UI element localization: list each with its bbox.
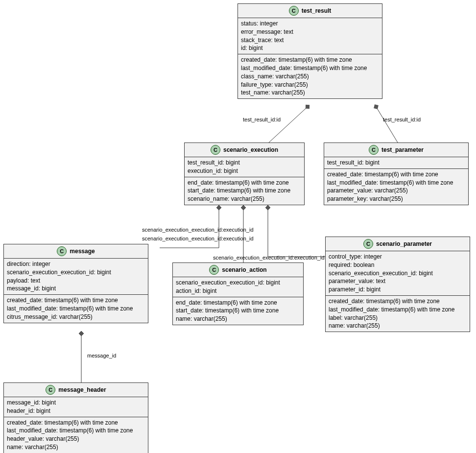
attr: scenario_execution_execution_id: bigint <box>176 279 300 287</box>
attr: test_result_id: bigint <box>327 159 465 167</box>
attr: last_modified_date: timestamp(6) with ti… <box>329 306 467 314</box>
class-icon: C <box>363 239 373 249</box>
attr: created_date: timestamp(6) with time zon… <box>241 56 379 64</box>
entity-name: scenario_parameter <box>376 240 432 247</box>
section: test_result_id: bigint execution_id: big… <box>185 157 304 177</box>
edge-label-se-sp: scenario_execution_execution_id:executio… <box>213 255 325 261</box>
entity-title-test-result: C test_result <box>238 4 382 18</box>
attr: name: varchar(255) <box>7 443 145 452</box>
svg-line-1 <box>376 107 398 143</box>
attr: direction: integer <box>7 260 145 268</box>
entity-title-message-header: C message_header <box>4 383 148 397</box>
entity-name: message_header <box>58 386 106 393</box>
attr: name: varchar(255) <box>329 322 467 330</box>
edge-label-msg-mh: message_id <box>87 353 116 358</box>
section: created_date: timestamp(6) with time zon… <box>326 295 470 332</box>
section: created_date: timestamp(6) with time zon… <box>4 294 148 322</box>
entity-message: C message direction: integer scenario_ex… <box>3 244 148 323</box>
class-icon: C <box>289 6 299 16</box>
entity-scenario-action: C scenario_action scenario_execution_exe… <box>172 262 304 325</box>
attr: scenario_execution_execution_id: bigint <box>329 269 467 278</box>
edge-label-se-sa: scenario_execution_execution_id:executio… <box>142 236 254 241</box>
attr: header_value: varchar(255) <box>7 435 145 443</box>
attr: control_type: integer <box>329 253 467 261</box>
attr: failure_type: varchar(255) <box>241 81 379 89</box>
class-icon: C <box>369 145 379 155</box>
attr: parameter_value: text <box>329 277 467 286</box>
entity-scenario-execution: C scenario_execution test_result_id: big… <box>184 143 305 205</box>
attr: stack_trace: text <box>241 36 379 45</box>
entity-name: scenario_action <box>222 266 266 273</box>
entity-title-test-parameter: C test_parameter <box>324 143 468 157</box>
attr: test_result_id: bigint <box>188 159 301 167</box>
attr: start_date: timestamp(6) with time zone <box>176 307 300 315</box>
section: status: integer error_message: text stac… <box>238 18 382 54</box>
uml-canvas: test_result_id:id test_result_id:id scen… <box>0 0 476 453</box>
section: direction: integer scenario_execution_ex… <box>4 259 148 294</box>
attr: last_modified_date: timestamp(6) with ti… <box>7 305 145 313</box>
entity-test-parameter: C test_parameter test_result_id: bigint … <box>324 143 469 205</box>
attr: end_date: timestamp(6) with time zone <box>188 179 301 187</box>
attr: id: bigint <box>241 44 379 52</box>
attr: scenario_execution_execution_id: bigint <box>7 268 145 277</box>
svg-line-0 <box>269 107 308 143</box>
section: end_date: timestamp(6) with time zone st… <box>185 177 304 205</box>
attr: parameter_key: varchar(255) <box>327 195 465 203</box>
attr: payload: text <box>7 277 145 285</box>
section: created_date: timestamp(6) with time zon… <box>324 168 468 205</box>
attr: citrus_message_id: varchar(255) <box>7 313 145 321</box>
attr: label: varchar(255) <box>329 314 467 322</box>
entity-name: test_result <box>302 7 332 14</box>
attr: name: varchar(255) <box>176 315 300 323</box>
attr: test_name: varchar(255) <box>241 89 379 97</box>
entity-name: scenario_execution <box>223 146 278 153</box>
attr: scenario_name: varchar(255) <box>188 195 301 203</box>
section: test_result_id: bigint <box>324 157 468 168</box>
attr: created_date: timestamp(6) with time zon… <box>7 296 145 305</box>
entity-name: test_parameter <box>381 146 424 153</box>
class-icon: C <box>46 385 55 395</box>
attr: action_id: bigint <box>176 287 300 295</box>
attr: created_date: timestamp(6) with time zon… <box>327 170 465 179</box>
edge-label-se-msg: scenario_execution_execution_id:executio… <box>142 227 254 233</box>
attr: parameter_id: bigint <box>329 286 467 294</box>
attr: last_modified_date: timestamp(6) with ti… <box>327 179 465 187</box>
attr: parameter_value: varchar(255) <box>327 187 465 195</box>
attr: created_date: timestamp(6) with time zon… <box>7 419 145 427</box>
section: message_id: bigint header_id: bigint <box>4 397 148 417</box>
entity-title-scenario-execution: C scenario_execution <box>185 143 304 157</box>
entity-title-scenario-action: C scenario_action <box>173 263 303 277</box>
attr: class_name: varchar(255) <box>241 72 379 81</box>
section: created_date: timestamp(6) with time zon… <box>4 417 148 453</box>
attr: execution_id: bigint <box>188 167 301 175</box>
attr: status: integer <box>241 20 379 28</box>
class-icon: C <box>211 145 220 155</box>
edge-label-tr-tp: test_result_id:id <box>383 117 421 122</box>
attr: message_id: bigint <box>7 399 145 407</box>
entity-scenario-parameter: C scenario_parameter control_type: integ… <box>325 237 470 332</box>
edge-label-tr-se: test_result_id:id <box>243 117 281 122</box>
attr: last_modified_date: timestamp(6) with ti… <box>241 64 379 72</box>
class-icon: C <box>209 265 219 275</box>
attr: last_modified_date: timestamp(6) with ti… <box>7 427 145 435</box>
attr: start_date: timestamp(6) with time zone <box>188 187 301 195</box>
entity-message-header: C message_header message_id: bigint head… <box>3 382 148 453</box>
section: scenario_execution_execution_id: bigint … <box>173 277 303 297</box>
section: created_date: timestamp(6) with time zon… <box>238 54 382 98</box>
entity-test-result: C test_result status: integer error_mess… <box>238 3 382 99</box>
attr: error_message: text <box>241 28 379 36</box>
class-icon: C <box>57 246 67 256</box>
attr: message_id: bigint <box>7 285 145 293</box>
entity-name: message <box>70 248 95 255</box>
attr: required: boolean <box>329 261 467 269</box>
entity-title-message: C message <box>4 244 148 259</box>
attr: header_id: bigint <box>7 407 145 415</box>
section: end_date: timestamp(6) with time zone st… <box>173 297 303 325</box>
entity-title-scenario-parameter: C scenario_parameter <box>326 237 470 251</box>
attr: end_date: timestamp(6) with time zone <box>176 299 300 307</box>
attr: created_date: timestamp(6) with time zon… <box>329 297 467 306</box>
section: control_type: integer required: boolean … <box>326 251 470 295</box>
